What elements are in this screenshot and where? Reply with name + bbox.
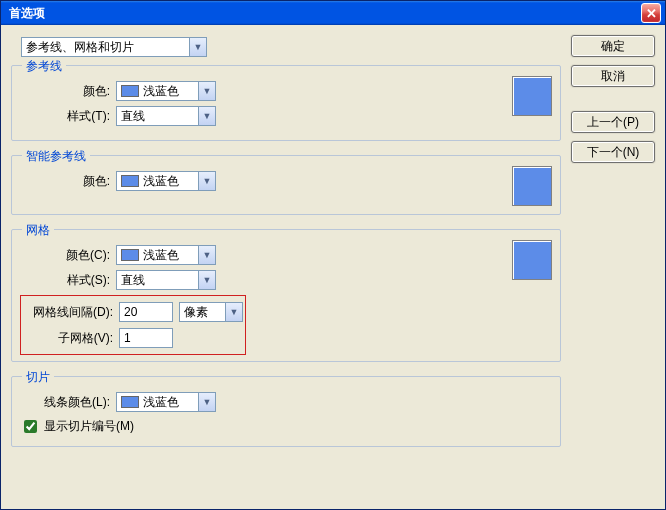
chevron-down-icon: ▼ [189, 38, 206, 56]
category-select[interactable]: 参考线、网格和切片 ▼ [21, 37, 207, 57]
window-title: 首选项 [9, 5, 641, 22]
smartguides-color-select[interactable]: 浅蓝色 ▼ [116, 171, 216, 191]
smartguides-preview-swatch [512, 166, 552, 206]
titlebar: 首选项 ✕ [1, 1, 665, 25]
guides-preview-swatch [512, 76, 552, 116]
show-slice-numbers-check[interactable]: 显示切片编号(M) [20, 417, 552, 436]
guides-style-value: 直线 [117, 108, 198, 125]
show-slice-numbers-label: 显示切片编号(M) [44, 418, 134, 435]
grid-color-select[interactable]: 浅蓝色 ▼ [116, 245, 216, 265]
ok-button[interactable]: 确定 [571, 35, 655, 57]
slices-color-value: 浅蓝色 [143, 394, 179, 411]
slices-color-select[interactable]: 浅蓝色 ▼ [116, 392, 216, 412]
grid-color-value: 浅蓝色 [143, 247, 179, 264]
grid-unit-value: 像素 [180, 304, 225, 321]
guides-legend: 参考线 [22, 58, 66, 75]
color-swatch-icon [121, 175, 139, 187]
guides-color-value: 浅蓝色 [143, 83, 179, 100]
grid-spacing-label: 网格线间隔(D): [23, 304, 119, 321]
grid-style-select[interactable]: 直线 ▼ [116, 270, 216, 290]
chevron-down-icon: ▼ [198, 82, 215, 100]
guides-style-label: 样式(T): [20, 108, 116, 125]
chevron-down-icon: ▼ [198, 271, 215, 289]
chevron-down-icon: ▼ [198, 107, 215, 125]
prev-button[interactable]: 上一个(P) [571, 111, 655, 133]
grid-subgrid-input[interactable] [119, 328, 173, 348]
grid-legend: 网格 [22, 222, 54, 239]
chevron-down-icon: ▼ [198, 246, 215, 264]
smartguides-color-label: 颜色: [20, 173, 116, 190]
close-button[interactable]: ✕ [641, 3, 661, 23]
grid-group: 网格 颜色(C): 浅蓝色 ▼ 样式(S): 直线 ▼ [11, 229, 561, 362]
grid-subgrid-label: 子网格(V): [23, 330, 119, 347]
chevron-down-icon: ▼ [225, 303, 242, 321]
highlighted-region: 网格线间隔(D): 像素 ▼ 子网格(V): [20, 295, 246, 355]
guides-color-select[interactable]: 浅蓝色 ▼ [116, 81, 216, 101]
guides-group: 参考线 颜色: 浅蓝色 ▼ 样式(T): 直线 ▼ [11, 65, 561, 141]
close-icon: ✕ [646, 6, 657, 21]
guides-style-select[interactable]: 直线 ▼ [116, 106, 216, 126]
smartguides-legend: 智能参考线 [22, 148, 90, 165]
grid-unit-select[interactable]: 像素 ▼ [179, 302, 243, 322]
grid-style-value: 直线 [117, 272, 198, 289]
right-button-pane: 确定 取消 上一个(P) 下一个(N) [561, 35, 655, 503]
guides-color-label: 颜色: [20, 83, 116, 100]
chevron-down-icon: ▼ [198, 393, 215, 411]
category-select-value: 参考线、网格和切片 [22, 39, 189, 56]
grid-color-label: 颜色(C): [20, 247, 116, 264]
next-button[interactable]: 下一个(N) [571, 141, 655, 163]
grid-spacing-input[interactable] [119, 302, 173, 322]
show-slice-numbers-input[interactable] [24, 420, 37, 433]
slices-group: 切片 线条颜色(L): 浅蓝色 ▼ 显示切片编号(M) [11, 376, 561, 447]
content-area: 参考线、网格和切片 ▼ 参考线 颜色: 浅蓝色 ▼ [1, 25, 665, 509]
smartguides-group: 智能参考线 颜色: 浅蓝色 ▼ [11, 155, 561, 215]
smartguides-color-value: 浅蓝色 [143, 173, 179, 190]
cancel-button[interactable]: 取消 [571, 65, 655, 87]
slices-legend: 切片 [22, 369, 54, 386]
grid-preview-swatch [512, 240, 552, 280]
grid-style-label: 样式(S): [20, 272, 116, 289]
color-swatch-icon [121, 396, 139, 408]
left-pane: 参考线、网格和切片 ▼ 参考线 颜色: 浅蓝色 ▼ [11, 35, 561, 503]
color-swatch-icon [121, 249, 139, 261]
color-swatch-icon [121, 85, 139, 97]
chevron-down-icon: ▼ [198, 172, 215, 190]
preferences-window: 首选项 ✕ 参考线、网格和切片 ▼ 参考线 颜色: [0, 0, 666, 510]
slices-color-label: 线条颜色(L): [20, 394, 116, 411]
